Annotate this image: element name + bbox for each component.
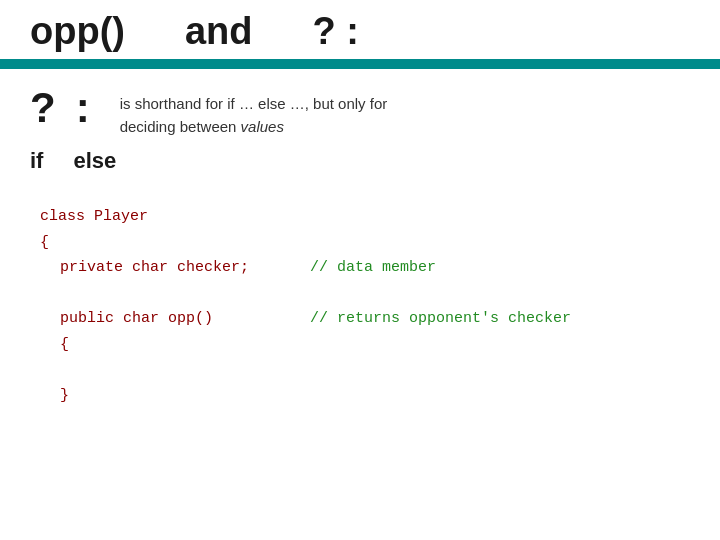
- code-line-brace-close-inner: }: [40, 383, 690, 409]
- colon-symbol: :: [76, 87, 90, 129]
- code-private-left: private char checker;: [40, 255, 270, 281]
- header-and-label: and: [185, 10, 253, 53]
- ternary-description: is shorthand for if … else …, but only f…: [120, 93, 440, 138]
- code-section: class Player { private char checker; // …: [30, 204, 690, 408]
- slide-page: opp() and ? : ? : is shorthand for if … …: [0, 0, 720, 540]
- code-comment-returns: // returns opponent's checker: [310, 306, 571, 332]
- else-keyword: else: [73, 148, 116, 174]
- header-row: opp() and ? :: [0, 0, 720, 53]
- ternary-symbols: ? :: [30, 87, 90, 129]
- code-line-brace-open: {: [40, 230, 690, 256]
- code-block-public: public char opp() // returns opponent's …: [40, 306, 690, 332]
- code-line-public: public char opp(): [40, 306, 270, 332]
- code-comment-data-member: // data member: [310, 255, 436, 281]
- header-opp-label: opp(): [30, 10, 125, 53]
- if-else-row: if else: [30, 148, 690, 174]
- divider-bar: [0, 59, 720, 69]
- header-ternary-label: ? :: [313, 10, 359, 53]
- ternary-row: ? : is shorthand for if … else …, but on…: [30, 87, 690, 138]
- code-line-blank1: [40, 281, 690, 307]
- code-line-class: class Player: [40, 204, 690, 230]
- content-area: ? : is shorthand for if … else …, but on…: [0, 69, 720, 408]
- code-line-blank2: [40, 357, 690, 383]
- question-mark: ?: [30, 87, 56, 129]
- code-block-private: private char checker; // data member: [40, 255, 690, 281]
- if-keyword: if: [30, 148, 43, 174]
- code-line-brace-open2: {: [40, 332, 690, 358]
- ternary-italic: values: [241, 118, 284, 135]
- code-public-left: public char opp(): [40, 306, 270, 332]
- code-line-private: private char checker;: [40, 255, 270, 281]
